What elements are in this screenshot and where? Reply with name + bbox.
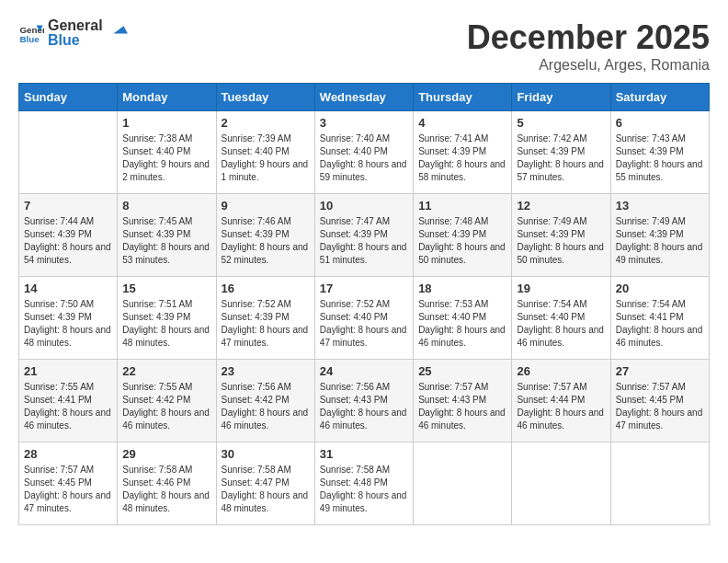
calendar-cell: 17Sunrise: 7:52 AMSunset: 4:40 PMDayligh… [314,277,413,360]
day-info: Sunrise: 7:55 AMSunset: 4:41 PMDaylight:… [24,381,112,432]
weekday-header: Monday [118,84,216,111]
day-info: Sunrise: 7:43 AMSunset: 4:39 PMDaylight:… [616,132,704,184]
day-number: 13 [616,199,704,213]
calendar-cell: 21Sunrise: 7:55 AMSunset: 4:41 PMDayligh… [19,360,118,442]
day-info: Sunrise: 7:38 AMSunset: 4:40 PMDaylight:… [122,132,210,184]
day-number: 22 [122,364,210,378]
day-number: 24 [320,364,408,378]
calendar-cell [512,442,610,525]
calendar-cell: 30Sunrise: 7:58 AMSunset: 4:47 PMDayligh… [216,442,314,525]
day-number: 4 [418,116,506,130]
day-number: 25 [418,364,506,378]
day-number: 5 [517,116,605,130]
day-info: Sunrise: 7:44 AMSunset: 4:39 PMDaylight:… [24,215,112,267]
day-info: Sunrise: 7:42 AMSunset: 4:39 PMDaylight:… [517,132,605,184]
calendar-week-row: 28Sunrise: 7:57 AMSunset: 4:45 PMDayligh… [19,442,710,525]
logo-blue: Blue [48,33,103,48]
calendar-cell [19,111,118,194]
calendar-cell: 10Sunrise: 7:47 AMSunset: 4:39 PMDayligh… [314,194,413,277]
calendar-cell: 2Sunrise: 7:39 AMSunset: 4:40 PMDaylight… [216,111,314,194]
calendar-cell: 22Sunrise: 7:55 AMSunset: 4:42 PMDayligh… [118,360,216,442]
calendar-week-row: 21Sunrise: 7:55 AMSunset: 4:41 PMDayligh… [19,360,710,442]
svg-marker-3 [113,26,127,33]
day-info: Sunrise: 7:49 AMSunset: 4:39 PMDaylight:… [616,215,704,267]
calendar-cell: 28Sunrise: 7:57 AMSunset: 4:45 PMDayligh… [19,442,118,525]
day-number: 3 [320,116,408,130]
day-info: Sunrise: 7:53 AMSunset: 4:40 PMDaylight:… [418,298,506,350]
day-info: Sunrise: 7:39 AMSunset: 4:40 PMDaylight:… [222,132,310,184]
calendar-week-row: 1Sunrise: 7:38 AMSunset: 4:40 PMDaylight… [19,111,710,194]
day-number: 20 [616,282,704,295]
day-number: 15 [122,282,210,295]
title-area: December 2025 Argeselu, Arges, Romania [467,18,710,74]
calendar-cell: 7Sunrise: 7:44 AMSunset: 4:39 PMDaylight… [19,194,118,277]
location-subtitle: Argeselu, Arges, Romania [467,57,710,74]
day-info: Sunrise: 7:56 AMSunset: 4:42 PMDaylight:… [222,381,310,432]
calendar-cell: 14Sunrise: 7:50 AMSunset: 4:39 PMDayligh… [19,277,118,360]
header-area: General Blue General Blue December 2025 … [18,18,710,74]
day-info: Sunrise: 7:50 AMSunset: 4:39 PMDaylight:… [24,298,112,350]
calendar-cell: 3Sunrise: 7:40 AMSunset: 4:40 PMDaylight… [314,111,413,194]
calendar-cell: 11Sunrise: 7:48 AMSunset: 4:39 PMDayligh… [414,194,512,277]
calendar-cell: 25Sunrise: 7:57 AMSunset: 4:43 PMDayligh… [414,360,512,442]
weekday-header: Thursday [414,84,512,111]
calendar-week-row: 7Sunrise: 7:44 AMSunset: 4:39 PMDaylight… [19,194,710,277]
calendar-cell: 16Sunrise: 7:52 AMSunset: 4:39 PMDayligh… [216,277,314,360]
calendar-week-row: 14Sunrise: 7:50 AMSunset: 4:39 PMDayligh… [19,277,710,360]
calendar-cell [610,442,709,525]
day-info: Sunrise: 7:56 AMSunset: 4:43 PMDaylight:… [320,381,408,432]
day-info: Sunrise: 7:58 AMSunset: 4:47 PMDaylight:… [222,464,310,515]
calendar-body: 1Sunrise: 7:38 AMSunset: 4:40 PMDaylight… [19,111,710,525]
day-number: 30 [222,447,310,461]
day-number: 16 [222,282,310,295]
day-number: 14 [24,282,112,295]
calendar-cell: 5Sunrise: 7:42 AMSunset: 4:39 PMDaylight… [512,111,610,194]
weekday-header: Friday [512,84,610,111]
day-number: 21 [24,364,112,378]
day-number: 26 [517,364,605,378]
day-number: 1 [122,116,210,130]
day-info: Sunrise: 7:48 AMSunset: 4:39 PMDaylight:… [418,215,506,267]
calendar-cell: 8Sunrise: 7:45 AMSunset: 4:39 PMDaylight… [118,194,216,277]
logo: General Blue General Blue [18,18,129,48]
day-info: Sunrise: 7:58 AMSunset: 4:48 PMDaylight:… [320,464,408,515]
calendar-cell [414,442,512,525]
day-info: Sunrise: 7:45 AMSunset: 4:39 PMDaylight:… [122,215,210,267]
calendar-cell: 23Sunrise: 7:56 AMSunset: 4:42 PMDayligh… [216,360,314,442]
day-info: Sunrise: 7:57 AMSunset: 4:45 PMDaylight:… [24,464,112,515]
day-info: Sunrise: 7:57 AMSunset: 4:44 PMDaylight:… [517,381,605,432]
weekday-header: Tuesday [216,84,314,111]
day-number: 27 [616,364,704,378]
calendar-cell: 9Sunrise: 7:46 AMSunset: 4:39 PMDaylight… [216,194,314,277]
logo-icon: General Blue [18,20,44,46]
day-number: 9 [222,199,310,213]
calendar-cell: 31Sunrise: 7:58 AMSunset: 4:48 PMDayligh… [314,442,413,525]
day-number: 31 [320,447,408,461]
calendar-cell: 12Sunrise: 7:49 AMSunset: 4:39 PMDayligh… [512,194,610,277]
day-info: Sunrise: 7:58 AMSunset: 4:46 PMDaylight:… [122,464,210,515]
day-number: 29 [122,447,210,461]
calendar-cell: 20Sunrise: 7:54 AMSunset: 4:41 PMDayligh… [610,277,709,360]
day-number: 19 [517,282,605,295]
day-number: 6 [616,116,704,130]
day-info: Sunrise: 7:57 AMSunset: 4:43 PMDaylight:… [418,381,506,432]
weekday-header: Wednesday [314,84,413,111]
day-info: Sunrise: 7:40 AMSunset: 4:40 PMDaylight:… [320,132,408,184]
day-info: Sunrise: 7:49 AMSunset: 4:39 PMDaylight:… [517,215,605,267]
calendar-table: SundayMondayTuesdayWednesdayThursdayFrid… [18,83,710,525]
calendar-cell: 24Sunrise: 7:56 AMSunset: 4:43 PMDayligh… [314,360,413,442]
day-info: Sunrise: 7:47 AMSunset: 4:39 PMDaylight:… [320,215,408,267]
header-row: SundayMondayTuesdayWednesdayThursdayFrid… [19,84,710,111]
calendar-cell: 13Sunrise: 7:49 AMSunset: 4:39 PMDayligh… [610,194,709,277]
calendar-cell: 6Sunrise: 7:43 AMSunset: 4:39 PMDaylight… [610,111,709,194]
logo-general: General [48,18,103,33]
day-info: Sunrise: 7:54 AMSunset: 4:40 PMDaylight:… [517,298,605,350]
calendar-cell: 15Sunrise: 7:51 AMSunset: 4:39 PMDayligh… [118,277,216,360]
day-info: Sunrise: 7:55 AMSunset: 4:42 PMDaylight:… [122,381,210,432]
calendar-cell: 19Sunrise: 7:54 AMSunset: 4:40 PMDayligh… [512,277,610,360]
day-info: Sunrise: 7:52 AMSunset: 4:39 PMDaylight:… [222,298,310,350]
day-info: Sunrise: 7:46 AMSunset: 4:39 PMDaylight:… [222,215,310,267]
month-title: December 2025 [467,18,710,57]
day-number: 7 [24,199,112,213]
day-number: 8 [122,199,210,213]
